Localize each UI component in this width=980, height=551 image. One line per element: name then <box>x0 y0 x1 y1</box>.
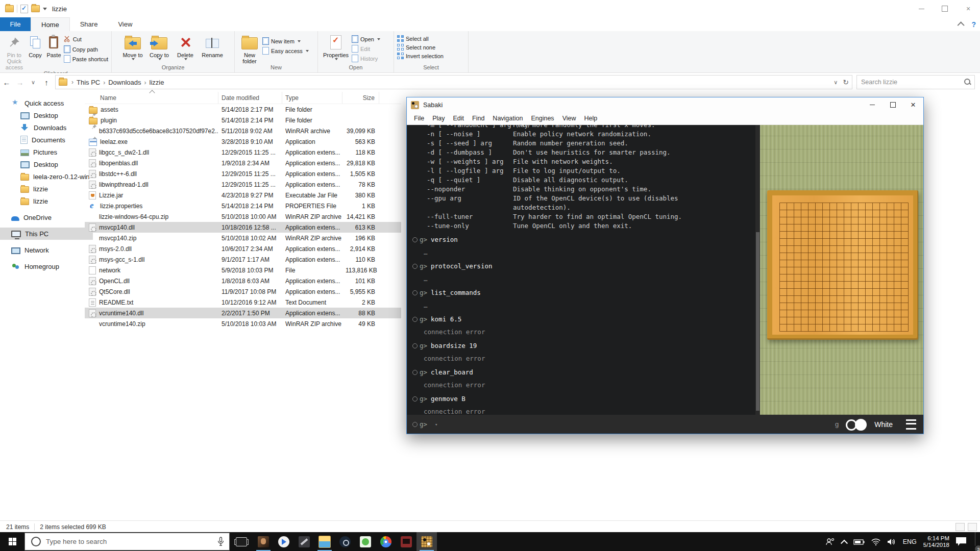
hamburger-menu-icon[interactable] <box>906 419 916 430</box>
file-row[interactable]: libstdc++-6.dll12/29/2015 11:25 ...Appli… <box>85 168 401 179</box>
gtp-console[interactable]: -m [ --randomcnt ] arg (=0)Play more ran… <box>407 125 760 415</box>
refresh-icon[interactable]: ↻ <box>843 78 849 86</box>
file-row[interactable]: libopenblas.dll1/9/2018 2:34 AMApplicati… <box>85 158 401 168</box>
sidebar-item-onedrive[interactable]: OneDrive <box>0 211 93 223</box>
up-button[interactable]: ↑ <box>40 78 53 87</box>
open-button[interactable]: Open <box>352 35 380 43</box>
gtp-command-input[interactable]: g> ▾ <box>407 420 437 428</box>
menu-navigation[interactable]: Navigation <box>488 115 527 122</box>
people-icon[interactable] <box>826 538 835 546</box>
back-button[interactable]: ← <box>0 78 13 87</box>
select-none-button[interactable]: Select none <box>397 44 444 51</box>
paste-shortcut-button[interactable]: Paste shortcut <box>64 55 108 63</box>
sabaki-titlebar[interactable]: Sabaki ✕ <box>407 97 923 112</box>
rename-button[interactable]: Rename <box>199 33 226 58</box>
new-folder-qat-icon[interactable] <box>31 5 40 12</box>
language-indicator[interactable]: ENG <box>903 538 917 545</box>
menu-help[interactable]: Help <box>580 115 602 122</box>
breadcrumb-segment[interactable]: This PC <box>75 79 102 86</box>
taskbar-app-sabaki[interactable] <box>416 532 437 551</box>
sidebar-item-this-pc[interactable]: This PC <box>0 228 93 240</box>
sabaki-maximize-button[interactable] <box>883 97 903 112</box>
thumbnails-view-icon[interactable] <box>968 523 977 531</box>
sabaki-close-button[interactable]: ✕ <box>903 97 923 112</box>
file-row[interactable]: vcruntime140.zip5/10/2018 10:03 AMWinRAR… <box>85 318 401 329</box>
clock[interactable]: 6:14 PM 5/14/2018 <box>923 535 949 548</box>
properties-qat-icon[interactable] <box>20 5 28 13</box>
close-button[interactable]: × <box>957 0 980 17</box>
console-scrollbar[interactable] <box>755 125 760 415</box>
file-row[interactable]: msys-2.0.dll10/6/2017 2:34 AMApplication… <box>85 243 401 254</box>
file-row[interactable]: Lizzie.jar4/23/2018 9:27 PMExecutable Ja… <box>85 190 401 201</box>
new-folder-button[interactable]: New folder <box>238 33 261 64</box>
details-view-icon[interactable] <box>955 523 965 531</box>
invert-selection-button[interactable]: Invert selection <box>397 53 444 59</box>
microphone-icon[interactable] <box>217 537 224 546</box>
restore-button[interactable] <box>933 0 957 17</box>
file-row[interactable]: plugin5/14/2018 2:14 PMFile folder <box>85 115 401 126</box>
scrollbar-thumb[interactable] <box>756 232 760 411</box>
taskbar-app-avatar-game[interactable] <box>253 532 274 551</box>
copy-button[interactable]: Copy <box>27 33 44 58</box>
customize-qat-icon[interactable] <box>43 8 47 10</box>
sidebar-item-homegroup[interactable]: Homegroup <box>0 260 93 272</box>
file-row[interactable]: b6337c693d5cc6e6bace8c3107520df97e2...5/… <box>85 126 401 136</box>
menu-file[interactable]: File <box>410 115 428 122</box>
taskbar-app-steam[interactable] <box>335 532 355 551</box>
move-to-button[interactable]: Move to <box>120 33 145 60</box>
volume-icon[interactable] <box>887 538 896 545</box>
new-item-button[interactable]: New item <box>262 37 309 45</box>
forward-button[interactable]: → <box>13 78 27 87</box>
tab-share[interactable]: Share <box>70 17 108 31</box>
tab-file[interactable]: File <box>0 17 31 31</box>
history-button[interactable]: History <box>352 55 380 62</box>
wifi-icon[interactable] <box>871 538 880 545</box>
column-header-type[interactable]: Type <box>282 92 342 104</box>
pin-to-quick-access-button[interactable]: Pin to Quick access <box>3 33 26 70</box>
task-view-button[interactable] <box>236 537 247 546</box>
sidebar-item-quick-access[interactable]: Quick access <box>0 97 93 109</box>
help-icon[interactable]: ? <box>971 20 976 29</box>
file-row[interactable]: assets5/14/2018 2:17 PMFile folder <box>85 104 401 115</box>
taskbar-app-tv-app[interactable] <box>396 532 416 551</box>
sabaki-minimize-button[interactable] <box>862 97 883 112</box>
address-dropdown-icon[interactable]: ∨ <box>834 79 838 86</box>
file-row[interactable]: network5/9/2018 10:03 PMFile113,816 KB <box>85 265 401 276</box>
taskbar-search-input[interactable]: Type here to search <box>24 533 230 550</box>
start-button[interactable] <box>0 532 24 551</box>
taskbar-app-messenger[interactable] <box>355 532 376 551</box>
file-row[interactable]: README.txt10/12/2016 9:12 AMText Documen… <box>85 297 401 308</box>
taskbar-app-file-explorer[interactable] <box>314 532 335 551</box>
file-row[interactable]: libgcc_s_dw2-1.dll12/29/2015 11:25 ...Ap… <box>85 147 401 158</box>
taskbar-app-archive-tool[interactable] <box>294 532 314 551</box>
file-row[interactable]: lizzie-windows-64-cpu.zip5/10/2018 10:00… <box>85 211 401 222</box>
search-input[interactable]: Search lizzie <box>856 75 975 89</box>
edit-button[interactable]: Edit <box>352 45 380 53</box>
select-all-button[interactable]: Select all <box>397 35 444 42</box>
delete-button[interactable]: Delete <box>173 33 198 60</box>
menu-edit[interactable]: Edit <box>449 115 468 122</box>
explorer-titlebar[interactable]: lizzie × <box>0 0 980 17</box>
action-center-icon[interactable] <box>956 537 966 546</box>
player-toggle[interactable] <box>845 418 868 431</box>
go-board[interactable] <box>767 190 918 340</box>
properties-button[interactable]: Properties <box>321 33 351 60</box>
easy-access-button[interactable]: Easy access <box>262 47 309 55</box>
file-row[interactable]: OpenCL.dll1/8/2018 6:03 AMApplication ex… <box>85 276 401 286</box>
battery-icon[interactable] <box>853 539 865 545</box>
tab-home[interactable]: Home <box>31 17 70 31</box>
breadcrumb-segment[interactable]: lizzie <box>148 79 166 86</box>
sidebar-item-network[interactable]: Network <box>0 244 93 256</box>
breadcrumb-segment[interactable]: Downloads <box>106 79 143 86</box>
menu-play[interactable]: Play <box>428 115 449 122</box>
column-header-size[interactable]: Size <box>342 92 379 104</box>
copy-to-button[interactable]: Copy to <box>146 33 172 60</box>
column-header-date[interactable]: Date modified <box>218 92 282 104</box>
cut-button[interactable]: Cut <box>64 35 108 43</box>
taskbar-app-chrome[interactable] <box>376 532 396 551</box>
file-row[interactable]: Qt5Core.dll11/9/2017 10:08 PMApplication… <box>85 286 401 297</box>
menu-find[interactable]: Find <box>468 115 488 122</box>
menu-engines[interactable]: Engines <box>527 115 558 122</box>
file-row[interactable]: vcruntime140.dll2/2/2017 1:50 PMApplicat… <box>85 308 401 318</box>
tab-view[interactable]: View <box>108 17 142 31</box>
